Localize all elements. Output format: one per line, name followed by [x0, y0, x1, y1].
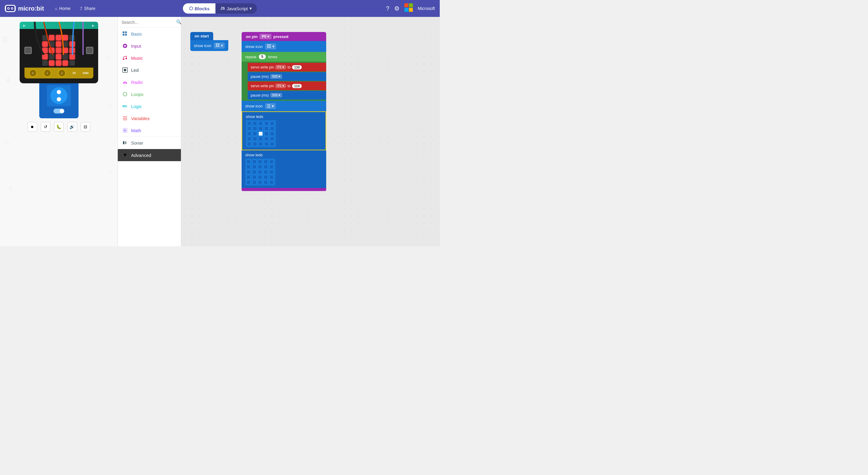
led-g2-9[interactable]	[270, 165, 274, 169]
led-g2-22[interactable]	[258, 180, 262, 184]
led-g2-5[interactable]	[246, 165, 251, 169]
led-g2-14[interactable]	[270, 170, 274, 174]
led-g1-22[interactable]	[258, 142, 263, 146]
led-g2-16[interactable]	[252, 175, 256, 179]
show-icon-block-1[interactable]: show icon ▾	[190, 40, 228, 51]
show-leds-block-2[interactable]: show leds	[242, 150, 326, 188]
on-pin-pressed-block[interactable]: on pin P0 ▾ pressed	[242, 32, 326, 41]
debug-button[interactable]: 🐛	[54, 122, 64, 132]
on-start-block-group[interactable]: on start show icon ▾	[190, 32, 228, 51]
servo-val-2-badge[interactable]: 110	[292, 84, 302, 88]
bt-switch[interactable]	[54, 109, 64, 113]
pin-2[interactable]: 2	[58, 69, 66, 77]
repeat-block[interactable]: repeat 5 times	[242, 52, 326, 62]
blocks-canvas-area[interactable]: on start show icon ▾	[181, 17, 440, 246]
led-g1-2[interactable]	[258, 121, 263, 126]
led-grid-2[interactable]	[245, 159, 275, 185]
led-g1-6[interactable]	[253, 127, 257, 131]
led-g1-20[interactable]	[247, 142, 251, 146]
fullscreen-button[interactable]: ⊟	[81, 122, 90, 132]
led-g2-19[interactable]	[270, 175, 274, 179]
toolbox-item-input[interactable]: Input	[118, 40, 181, 52]
led-g1-0[interactable]	[247, 121, 251, 126]
led-g1-13[interactable]	[264, 132, 269, 136]
led-g1-9[interactable]	[270, 127, 274, 131]
pin-1[interactable]: 1	[43, 69, 51, 77]
toolbox-item-logic[interactable]: Logic	[118, 100, 181, 112]
servo-write-block-2[interactable]: servo write pin P1 ▾ to 110	[248, 81, 326, 90]
led-g1-17[interactable]	[258, 137, 263, 141]
on-pin-block-group[interactable]: on pin P0 ▾ pressed show icon	[242, 32, 326, 191]
led-g1-15[interactable]	[247, 137, 251, 141]
led-g1-12-on[interactable]	[258, 132, 263, 136]
led-g1-24[interactable]	[270, 142, 274, 146]
help-button[interactable]: ?	[386, 5, 389, 12]
javascript-button[interactable]: JS JavaScript ▾	[216, 3, 257, 13]
toolbox-item-math[interactable]: + Math	[118, 124, 181, 136]
pin-p1-dropdown-2[interactable]: P1 ▾	[275, 83, 286, 88]
led-g2-18[interactable]	[264, 175, 268, 179]
servo-write-block-1[interactable]: servo write pin P1 ▾ to 130	[248, 63, 326, 71]
show-leds-block-1[interactable]: show leds	[242, 111, 326, 150]
toolbox-item-variables[interactable]: Variables	[118, 112, 181, 124]
toolbox-item-loops[interactable]: Loops	[118, 88, 181, 100]
led-g1-8[interactable]	[264, 127, 269, 131]
collapse-button[interactable]: ‹	[118, 232, 118, 244]
pause-val-dropdown-2[interactable]: 500 ▾	[270, 93, 282, 98]
led-g1-1[interactable]	[253, 121, 257, 126]
toolbox-item-sonar[interactable]: Sonar	[118, 137, 181, 149]
led-g2-24[interactable]	[270, 180, 274, 184]
led-g1-14[interactable]	[270, 132, 274, 136]
led-g1-5[interactable]	[247, 127, 251, 131]
led-g2-6[interactable]	[252, 165, 256, 169]
led-g2-13[interactable]	[264, 170, 268, 174]
led-g1-16[interactable]	[253, 137, 257, 141]
toolbox-item-basic[interactable]: Basic	[118, 28, 181, 40]
servo-val-1-badge[interactable]: 130	[292, 65, 302, 69]
led-grid-1[interactable]	[246, 120, 276, 147]
pin-p1-dropdown-1[interactable]: P1 ▾	[275, 65, 286, 69]
led-g2-4[interactable]	[270, 160, 274, 164]
toolbox-item-radio[interactable]: Radio	[118, 76, 181, 88]
led-g2-3[interactable]	[264, 160, 268, 164]
led-g2-1[interactable]	[252, 160, 256, 164]
share-link[interactable]: ⤴ Share	[76, 4, 99, 13]
led-g1-3[interactable]	[264, 121, 269, 126]
led-g1-7[interactable]	[258, 127, 263, 131]
pause-block-1[interactable]: pause (ms) 500 ▾	[248, 72, 326, 81]
led-g2-10[interactable]	[246, 170, 251, 174]
led-g2-8[interactable]	[264, 165, 268, 169]
app-logo[interactable]: micro:bit	[5, 5, 44, 12]
led-g1-19[interactable]	[270, 137, 274, 141]
restart-button[interactable]: ↺	[41, 122, 51, 132]
led-g2-23[interactable]	[264, 180, 268, 184]
show-icon-dropdown-2[interactable]: ▾	[265, 43, 276, 49]
pin-0[interactable]: 0	[29, 69, 37, 77]
home-link[interactable]: ⌂ Home	[51, 4, 74, 13]
led-g2-15[interactable]	[246, 175, 251, 179]
toolbox-item-advanced[interactable]: ▼ Advanced	[118, 149, 181, 161]
toolbox-item-music[interactable]: Music	[118, 52, 181, 64]
led-g1-21[interactable]	[253, 142, 257, 146]
led-g2-2[interactable]	[258, 160, 262, 164]
led-g2-11[interactable]	[252, 170, 256, 174]
led-g1-18[interactable]	[264, 137, 269, 141]
led-g1-4[interactable]	[270, 121, 274, 126]
search-input[interactable]	[121, 20, 174, 25]
led-g2-20[interactable]	[246, 180, 251, 184]
led-g2-7[interactable]	[258, 165, 262, 169]
led-g1-23[interactable]	[264, 142, 269, 146]
pin-p0-dropdown[interactable]: P0 ▾	[259, 34, 272, 39]
show-icon-dropdown-3[interactable]: ▾	[265, 103, 276, 109]
stop-button[interactable]: ■	[28, 122, 37, 132]
led-g1-11[interactable]	[253, 132, 257, 136]
on-start-block[interactable]: on start	[190, 32, 213, 40]
led-g2-21[interactable]	[252, 180, 256, 184]
settings-button[interactable]: ⚙	[394, 5, 400, 12]
toolbox-item-led[interactable]: Led	[118, 64, 181, 76]
show-icon-block-2[interactable]: show icon ▾	[242, 41, 326, 52]
show-icon-block-3[interactable]: show icon ▾	[242, 101, 326, 111]
repeat-times-badge[interactable]: 5	[259, 54, 266, 59]
led-g2-12[interactable]	[258, 170, 262, 174]
led-g1-10[interactable]	[247, 132, 251, 136]
